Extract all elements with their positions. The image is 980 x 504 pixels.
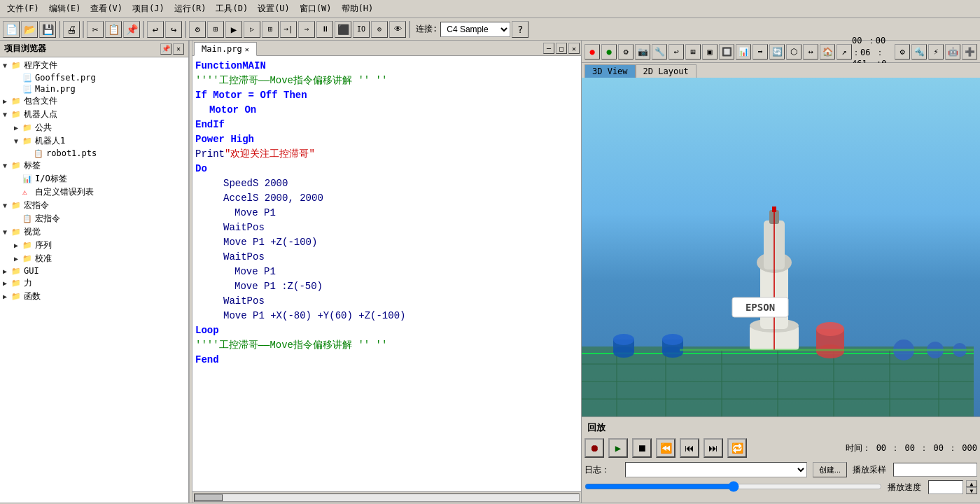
icon-home[interactable]: 🏠 [820, 44, 835, 59]
build-button[interactable]: ⚙ [189, 21, 206, 38]
tab-minimize[interactable]: ─ [543, 43, 554, 54]
playback-slider[interactable] [584, 481, 882, 492]
run2-button[interactable]: ▷ [244, 21, 260, 38]
tree-vision-folder[interactable]: ▼ 📁 视觉 [1, 225, 187, 239]
menu-edit[interactable]: 编辑(E) [45, 1, 85, 16]
tree-io-labels-file[interactable]: 📊 I/O标签 [1, 172, 187, 186]
icon-box[interactable]: ▣ [702, 44, 718, 59]
icon-camera[interactable]: 📷 [635, 44, 650, 59]
redo-button[interactable]: ↪ [165, 21, 182, 38]
step2-button[interactable]: ⇒ [298, 21, 315, 38]
icon-undo[interactable]: ↩ [668, 44, 684, 59]
tab-maximize[interactable]: □ [556, 43, 567, 54]
icon-robot-5[interactable]: ➕ [962, 44, 977, 59]
tree-labels-folder[interactable]: ▼ 📁 标签 [1, 159, 187, 172]
tree-macros-folder[interactable]: ▼ 📁 宏指令 [1, 199, 187, 212]
tree-include-folder[interactable]: ▶ 📁 包含文件 [1, 94, 187, 108]
icon-square[interactable]: 🔲 [719, 44, 734, 59]
tree-public-folder[interactable]: ▶ 📁 公共 [1, 121, 187, 134]
code-editor[interactable]: Function MAIN ''''工控滞哥——Move指令偏移讲解 '' ''… [192, 56, 581, 491]
menu-view[interactable]: 查看(V) [86, 1, 127, 16]
play-button[interactable]: ▶ [608, 438, 628, 458]
icon-chart[interactable]: 📊 [736, 44, 751, 59]
forward-button[interactable]: ⏭ [704, 438, 723, 458]
icon-arrow-up[interactable]: ↗ [836, 44, 852, 59]
cut-button[interactable]: ✂ [87, 21, 104, 38]
scrollbar-thumb[interactable] [195, 494, 223, 501]
help-button[interactable]: ? [512, 21, 528, 38]
copy-button[interactable]: 📋 [105, 21, 122, 38]
icon-hex[interactable]: ⬡ [786, 44, 802, 59]
tree-programs-folder[interactable]: ▼ 📁 程序文件 [1, 59, 187, 72]
tree-robot1pts-file[interactable]: 📋 robot1.pts [1, 148, 187, 159]
loop-button[interactable]: 🔁 [727, 438, 747, 458]
icon-robot-3[interactable]: ⚡ [928, 44, 944, 59]
sidebar-pin-button[interactable]: 📌 [160, 43, 172, 55]
compile-button[interactable]: ⊞ [207, 21, 224, 38]
menu-help[interactable]: 帮助(H) [337, 1, 378, 16]
tree-main-file[interactable]: 📃 Main.prg [1, 83, 187, 94]
icon-gear[interactable]: ⚙ [618, 44, 634, 59]
tree-force-folder[interactable]: ▶ 📁 力 [1, 276, 187, 290]
speed-down-button[interactable]: ▼ [966, 487, 977, 494]
menu-tools[interactable]: 工具(D) [211, 1, 252, 16]
var-button[interactable]: ⊕ [371, 21, 388, 38]
print-button[interactable]: 🖨 [63, 21, 80, 38]
stop-pb-button[interactable]: ⏹ [632, 438, 652, 458]
3d-viewport[interactable]: EPSON [582, 78, 980, 416]
icon-tool[interactable]: 🔧 [652, 44, 667, 59]
io-button[interactable]: IO [353, 21, 370, 38]
tab-3d-view[interactable]: 3D View [584, 64, 636, 78]
icon-arrows[interactable]: ↔ [803, 44, 818, 59]
menu-file[interactable]: 文件(F) [3, 1, 43, 16]
sample-input[interactable] [893, 463, 977, 477]
tab-close-btn[interactable]: ✕ [568, 43, 580, 54]
tree-custom-errors-file[interactable]: ⚠ 自定义错误列表 [1, 186, 187, 199]
connection-select[interactable]: C4 Sample [440, 22, 510, 37]
stop-button[interactable]: ⬛ [335, 21, 351, 38]
tree-calibrate-folder[interactable]: ▶ 📁 校准 [1, 252, 187, 265]
editor-scrollbar-x[interactable] [192, 491, 581, 503]
paste-button[interactable]: 📌 [123, 21, 140, 38]
tab-2d-layout[interactable]: 2D Layout [636, 64, 696, 78]
icon-robot-2[interactable]: 🔩 [911, 44, 927, 59]
tree-robot-points-folder[interactable]: ▼ 📁 机器人点 [1, 108, 187, 121]
tab-close-main[interactable]: ✕ [245, 46, 249, 53]
speed-up-button[interactable]: ▲ [966, 480, 977, 487]
save-button[interactable]: 💾 [39, 21, 56, 38]
menu-project[interactable]: 项目(J) [128, 1, 169, 16]
create-button[interactable]: 创建... [813, 462, 847, 477]
speed-input[interactable]: 1 [928, 480, 963, 494]
icon-robot-4[interactable]: 🤖 [945, 44, 960, 59]
scrollbar-track[interactable] [194, 493, 580, 502]
menu-window[interactable]: 窗口(W) [295, 1, 336, 16]
rewind-button[interactable]: ⏪ [656, 438, 676, 458]
record-button[interactable]: ⏺ [584, 438, 604, 458]
menu-run[interactable]: 运行(R) [170, 1, 211, 16]
pause-button[interactable]: ⏸ [316, 21, 333, 38]
tree-functions-folder[interactable]: ▶ 📁 函数 [1, 290, 187, 303]
tree-sequence-folder[interactable]: ▶ 📁 序列 [1, 239, 187, 252]
log-dropdown[interactable] [625, 462, 807, 477]
sidebar-close-button[interactable]: ✕ [173, 43, 184, 55]
icon-green-circle[interactable]: ● [601, 44, 617, 59]
icon-grid[interactable]: ⊞ [685, 44, 701, 59]
icon-robot-1[interactable]: ⚙ [895, 44, 910, 59]
tree-gui-folder[interactable]: ▶ 📁 GUI [1, 265, 187, 276]
editor-tab-main[interactable]: Main.prg ✕ [194, 42, 257, 56]
run-button[interactable]: ▶ [225, 21, 242, 38]
icon-arrow[interactable]: ➡ [752, 44, 768, 59]
menu-settings[interactable]: 设置(U) [253, 1, 294, 16]
grid-button[interactable]: ⊞ [262, 21, 279, 38]
tree-macro-item[interactable]: 📋 宏指令 [1, 212, 187, 225]
icon-red-circle[interactable]: ● [584, 44, 600, 59]
tree-gooffset-file[interactable]: 📃 Gooffset.prg [1, 72, 187, 83]
icon-refresh[interactable]: 🔄 [769, 44, 785, 59]
tree-robot1-folder[interactable]: ▼ 📁 机器人1 [1, 134, 187, 148]
back-button[interactable]: ⏮ [680, 438, 699, 458]
step-button[interactable]: →| [280, 21, 297, 38]
undo-button[interactable]: ↩ [147, 21, 164, 38]
open-button[interactable]: 📂 [21, 21, 38, 38]
new-button[interactable]: 📄 [3, 21, 20, 38]
watch-button[interactable]: 👁 [389, 21, 406, 38]
